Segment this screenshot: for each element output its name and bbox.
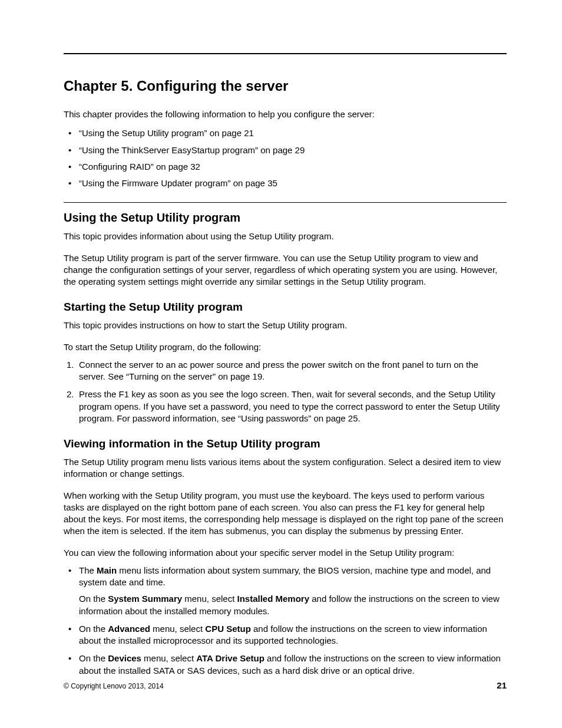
toc-item: “Using the Firmware Updater program” on … <box>64 177 507 189</box>
body-text: You can view the following information a… <box>64 547 507 559</box>
page-footer: © Copyright Lenovo 2013, 2014 21 <box>64 680 507 690</box>
toc-item: “Configuring RAID” on page 32 <box>64 161 507 173</box>
bold-text: Advanced <box>108 624 150 634</box>
list-item: Press the F1 key as soon as you see the … <box>64 388 507 424</box>
sub-note: On the System Summary menu, select Insta… <box>79 593 507 617</box>
section-heading-using-setup: Using the Setup Utility program <box>64 211 507 225</box>
numbered-list: Connect the server to an ac power source… <box>64 359 507 424</box>
body-text: This topic provides information about us… <box>64 230 507 242</box>
section-rule <box>64 202 507 203</box>
toc-item: “Using the Setup Utility program” on pag… <box>64 127 507 139</box>
bold-text: CPU Setup <box>205 624 251 634</box>
list-item: Connect the server to an ac power source… <box>64 359 507 383</box>
bold-text: ATA Drive Setup <box>196 653 265 663</box>
subsection-heading-starting: Starting the Setup Utility program <box>64 301 507 314</box>
bold-text: Main <box>97 565 117 575</box>
list-item: On the Devices menu, select ATA Drive Se… <box>64 653 507 677</box>
body-text: When working with the Setup Utility prog… <box>64 490 507 538</box>
chapter-title: Chapter 5. Configuring the server <box>64 78 507 94</box>
list-item: The Main menu lists information about sy… <box>64 565 507 617</box>
body-text: The Setup Utility program menu lists var… <box>64 456 507 480</box>
page-number: 21 <box>497 680 507 690</box>
text-fragment: On the <box>79 594 108 604</box>
toc-list: “Using the Setup Utility program” on pag… <box>64 127 507 189</box>
body-text: To start the Setup Utility program, do t… <box>64 341 507 353</box>
top-rule <box>64 53 507 54</box>
text-fragment: menu, select <box>141 653 196 663</box>
bold-text: System Summary <box>108 594 182 604</box>
info-list: The Main menu lists information about sy… <box>64 565 507 677</box>
subsection-heading-viewing: Viewing information in the Setup Utility… <box>64 437 507 450</box>
bold-text: Devices <box>108 653 141 663</box>
text-fragment: menu lists information about system summ… <box>79 565 491 587</box>
body-text: This topic provides instructions on how … <box>64 319 507 331</box>
text-fragment: The <box>79 565 97 575</box>
toc-item: “Using the ThinkServer EasyStartup progr… <box>64 144 507 156</box>
text-fragment: menu, select <box>182 594 237 604</box>
copyright-text: © Copyright Lenovo 2013, 2014 <box>64 682 164 690</box>
text-fragment: On the <box>79 624 108 634</box>
text-fragment: menu, select <box>150 624 205 634</box>
bold-text: Installed Memory <box>237 594 310 604</box>
text-fragment: On the <box>79 653 108 663</box>
body-text: The Setup Utility program is part of the… <box>64 252 507 288</box>
list-item: On the Advanced menu, select CPU Setup a… <box>64 623 507 647</box>
intro-paragraph: This chapter provides the following info… <box>64 108 507 120</box>
